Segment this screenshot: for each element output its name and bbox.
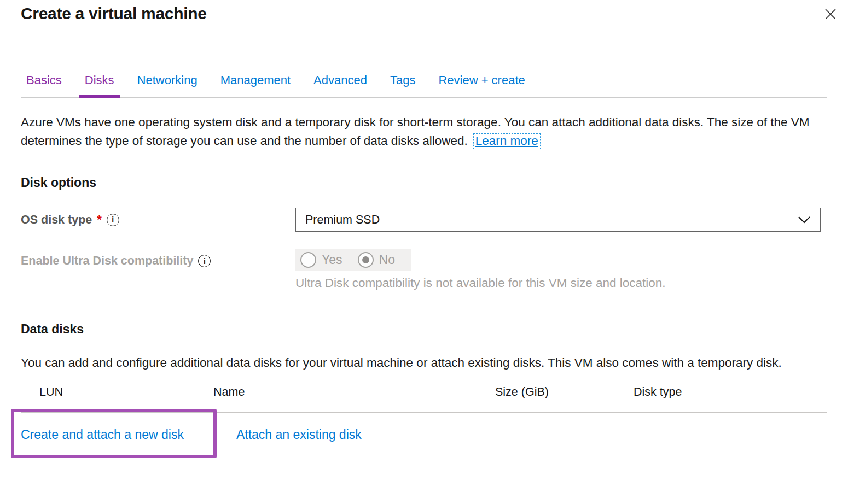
learn-more-link[interactable]: Learn more [473, 133, 541, 149]
intro-body: Azure VMs have one operating system disk… [21, 115, 810, 148]
radio-selected-icon [358, 252, 374, 268]
data-disks-heading: Data disks [21, 322, 827, 337]
page-title: Create a virtual machine [21, 3, 827, 23]
radio-option-no: No [358, 252, 395, 268]
os-disk-type-field: Premium SSD [295, 208, 821, 232]
radio-unselected-icon [300, 252, 316, 268]
tab-basics[interactable]: Basics [21, 73, 67, 97]
tab-management[interactable]: Management [215, 73, 296, 97]
close-icon [824, 8, 837, 21]
ultra-disk-label: Enable Ultra Disk compatibility [21, 254, 193, 268]
column-header-size: Size (GiB) [495, 385, 634, 399]
wizard-tab-bar: Basics Disks Networking Management Advan… [21, 40, 827, 98]
info-icon[interactable]: i [107, 214, 119, 226]
os-disk-type-label: OS disk type [21, 213, 92, 227]
disk-options-heading: Disk options [21, 175, 827, 190]
close-button[interactable] [820, 3, 841, 25]
os-disk-type-dropdown[interactable]: Premium SSD [295, 208, 821, 232]
column-header-disk-type: Disk type [634, 385, 827, 399]
column-header-lun: LUN [21, 385, 213, 399]
tab-disks[interactable]: Disks [79, 73, 120, 97]
required-asterisk: * [97, 213, 102, 227]
tab-networking[interactable]: Networking [132, 73, 203, 97]
create-vm-dialog: Create a virtual machine Basics Disks Ne… [0, 0, 848, 504]
dialog-header: Create a virtual machine [0, 0, 848, 40]
ultra-disk-radio-group: Yes No [295, 249, 411, 271]
radio-option-yes: Yes [300, 252, 342, 268]
column-header-name: Name [213, 385, 495, 399]
chevron-down-icon [798, 216, 810, 224]
intro-text: Azure VMs have one operating system disk… [21, 113, 827, 150]
os-disk-type-row: OS disk type * i Premium SSD [21, 208, 848, 232]
data-disks-actions: Create and attach a new disk Attach an e… [21, 413, 827, 442]
tab-review-create[interactable]: Review + create [433, 73, 530, 97]
ultra-disk-row: Enable Ultra Disk compatibility i Yes No… [21, 249, 848, 290]
info-icon[interactable]: i [198, 255, 211, 267]
tab-advanced[interactable]: Advanced [308, 73, 373, 97]
radio-yes-label: Yes [322, 253, 342, 267]
os-disk-type-label-group: OS disk type * i [21, 208, 295, 227]
attach-existing-disk-link[interactable]: Attach an existing disk [236, 427, 362, 442]
os-disk-type-selected-value: Premium SSD [305, 213, 380, 227]
ultra-disk-label-group: Enable Ultra Disk compatibility i [21, 249, 295, 268]
create-and-attach-new-disk-link[interactable]: Create and attach a new disk [21, 427, 184, 442]
tab-tags[interactable]: Tags [385, 73, 421, 97]
data-disks-table-header: LUN Name Size (GiB) Disk type [21, 385, 827, 413]
data-disks-description: You can add and configure additional dat… [21, 353, 803, 372]
ultra-disk-helper-text: Ultra Disk compatibility is not availabl… [295, 276, 821, 290]
ultra-disk-field: Yes No Ultra Disk compatibility is not a… [295, 249, 821, 290]
radio-no-label: No [379, 253, 395, 267]
